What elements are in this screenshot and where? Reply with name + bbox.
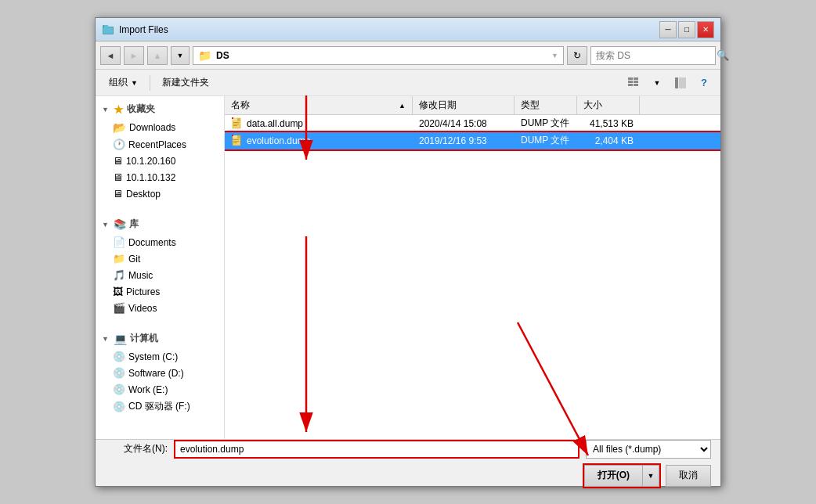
sidebar-item-videos[interactable]: 🎬 Videos <box>96 300 224 316</box>
svg-rect-17 <box>233 125 237 126</box>
column-header-size[interactable]: 大小 <box>577 96 640 114</box>
address-path[interactable]: 📁 DS ▼ <box>193 46 564 65</box>
sidebar-item-documents[interactable]: 📄 Documents <box>96 234 224 250</box>
network-icon-1: 🖥 <box>113 155 123 167</box>
music-icon: 🎵 <box>113 269 125 281</box>
library-section: ▼ 📚 库 📄 Documents 📁 Git 🎵 Music <box>96 214 224 316</box>
title-bar: Import Files ─ □ ✕ <box>96 18 720 41</box>
favorites-label: 收藏夹 <box>127 103 155 116</box>
open-dropdown-button[interactable]: ▼ <box>642 465 659 487</box>
address-bar: ◄ ► ▲ ▼ 📁 DS ▼ ↻ 🔍 <box>96 41 720 70</box>
sidebar-item-softwared-label: Software (D:) <box>128 368 184 379</box>
svg-rect-22 <box>233 139 239 140</box>
videos-icon: 🎬 <box>113 302 125 314</box>
main-area: ▼ ★ 收藏夹 📂 Downloads 🕐 RecentPlaces 🖥 <box>96 96 720 439</box>
sidebar-item-git[interactable]: 📁 Git <box>96 250 224 267</box>
path-dropdown-icon: ▼ <box>551 52 558 59</box>
file-name-data-all: data.all.dump <box>225 117 413 130</box>
computer-expand-icon: ▼ <box>102 335 109 343</box>
help-button[interactable]: ? <box>694 74 714 92</box>
refresh-button[interactable]: ↻ <box>567 46 587 65</box>
open-button[interactable]: 打开(O) <box>584 465 642 487</box>
action-row: 打开(O) ▼ 取消 <box>105 465 711 487</box>
sidebar-item-worke[interactable]: 💿 Work (E:) <box>96 381 224 398</box>
new-folder-button[interactable]: 新建文件夹 <box>155 73 216 93</box>
svg-rect-20 <box>237 135 240 139</box>
search-input[interactable] <box>596 50 713 61</box>
sidebar-item-ip2-label: 10.1.10.132 <box>126 172 175 183</box>
sidebar-item-worke-label: Work (E:) <box>128 384 168 395</box>
sidebar-item-videos-label: Videos <box>128 303 157 314</box>
sidebar-item-desktop-label: Desktop <box>126 189 161 200</box>
file-date-2: 2019/12/16 9:53 <box>413 135 515 146</box>
path-segment: DS <box>216 50 229 61</box>
favorites-header: ▼ ★ 收藏夹 <box>96 99 224 119</box>
svg-rect-25 <box>232 135 233 136</box>
sidebar-gap1 <box>96 208 224 214</box>
sidebar-item-music[interactable]: 🎵 Music <box>96 267 224 283</box>
view-controls: ▼ ? <box>623 74 714 92</box>
sidebar-item-recentplaces-label: RecentPlaces <box>128 139 186 150</box>
sidebar-item-git-label: Git <box>128 254 140 265</box>
view-type-button[interactable] <box>623 74 644 92</box>
file-name-text-2: evolution.dump <box>247 135 310 146</box>
computer-icon: 💻 <box>114 333 127 345</box>
svg-rect-13 <box>237 118 240 121</box>
svg-rect-16 <box>233 124 239 124</box>
pane-toggle-button[interactable] <box>670 74 691 92</box>
column-header-type[interactable]: 类型 <box>515 96 577 114</box>
filename-input[interactable] <box>174 440 580 459</box>
minimize-button[interactable]: ─ <box>659 21 677 38</box>
sidebar-item-systemc[interactable]: 💿 System (C:) <box>96 348 224 365</box>
svg-rect-18 <box>232 117 233 119</box>
cancel-button[interactable]: 取消 <box>666 465 711 487</box>
drive-c-icon: 💿 <box>113 351 125 362</box>
sidebar: ▼ ★ 收藏夹 📂 Downloads 🕐 RecentPlaces 🖥 <box>96 96 225 439</box>
list-view-icon <box>628 77 639 88</box>
pane-icon <box>675 77 686 88</box>
column-header-date[interactable]: 修改日期 <box>413 96 515 114</box>
sidebar-item-ip1[interactable]: 🖥 10.1.20.160 <box>96 153 224 169</box>
drive-d-icon: 💿 <box>113 367 125 379</box>
column-header-name[interactable]: 名称 ▲ <box>225 96 413 114</box>
svg-rect-8 <box>634 81 638 83</box>
close-button[interactable]: ✕ <box>697 21 714 38</box>
up-button[interactable]: ▲ <box>147 46 168 65</box>
file-area: 名称 ▲ 修改日期 类型 大小 <box>225 96 720 439</box>
back-button[interactable]: ◄ <box>100 46 121 65</box>
maximize-button[interactable]: □ <box>678 21 695 38</box>
favorites-section: ▼ ★ 收藏夹 📂 Downloads 🕐 RecentPlaces 🖥 <box>96 99 224 202</box>
svg-rect-9 <box>634 84 638 86</box>
file-size-1: 41,513 KB <box>577 118 640 129</box>
file-type-1: DUMP 文件 <box>515 117 577 130</box>
organize-button[interactable]: 组织 ▼ <box>102 73 145 93</box>
sidebar-item-softwared[interactable]: 💿 Software (D:) <box>96 365 224 381</box>
pictures-icon: 🖼 <box>113 286 123 297</box>
filetype-select[interactable]: All files (*.dump) <box>586 440 711 459</box>
svg-rect-2 <box>103 27 113 34</box>
forward-button[interactable]: ► <box>124 46 144 65</box>
drive-e-icon: 💿 <box>113 383 125 395</box>
file-row-evolution-dump[interactable]: evolution.dump 2019/12/16 9:53 DUMP 文件 2… <box>225 132 720 149</box>
sidebar-item-cdf[interactable]: 💿 CD 驱动器 (F:) <box>96 398 224 416</box>
toolbar: 组织 ▼ 新建文件夹 ▼ <box>96 70 720 96</box>
bottom-bar: 文件名(N): All files (*.dump) 打开(O) ▼ 取消 <box>96 439 720 486</box>
svg-rect-3 <box>104 25 108 27</box>
new-folder-label: 新建文件夹 <box>162 76 209 89</box>
sidebar-item-pictures[interactable]: 🖼 Pictures <box>96 283 224 300</box>
sidebar-item-cdf-label: CD 驱动器 (F:) <box>128 400 190 413</box>
toolbar-separator <box>150 75 150 91</box>
sidebar-item-downloads-label: Downloads <box>129 122 175 133</box>
file-name-evolution: evolution.dump <box>225 135 413 147</box>
sidebar-item-downloads[interactable]: 📂 Downloads <box>96 119 224 136</box>
svg-rect-15 <box>233 122 239 123</box>
sidebar-item-systemc-label: System (C:) <box>128 351 178 362</box>
network-icon-2: 🖥 <box>113 171 123 183</box>
sidebar-item-recentplaces[interactable]: 🕐 RecentPlaces <box>96 136 224 153</box>
file-row-data-all-dump[interactable]: data.all.dump 2020/4/14 15:08 DUMP 文件 41… <box>225 115 720 132</box>
library-icon: 📚 <box>114 218 126 230</box>
recent-locations-button[interactable]: ▼ <box>171 46 190 65</box>
sidebar-item-ip2[interactable]: 🖥 10.1.10.132 <box>96 169 224 185</box>
sidebar-item-desktop[interactable]: 🖥 Desktop <box>96 185 224 202</box>
view-dropdown-button[interactable]: ▼ <box>647 74 667 92</box>
